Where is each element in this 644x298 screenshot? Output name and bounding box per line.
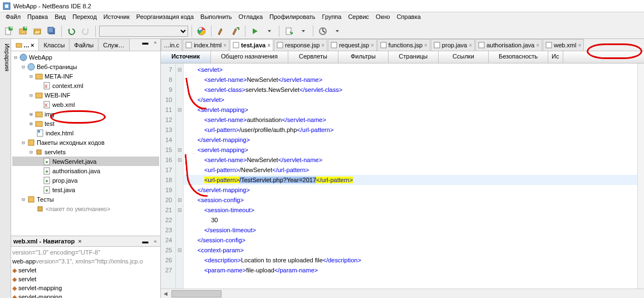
- twisty-icon[interactable]: ⊟: [28, 74, 35, 79]
- twisty-icon[interactable]: ⊞: [28, 121, 35, 126]
- scroll-thumb[interactable]: [171, 290, 222, 297]
- minimize-icon[interactable]: ▬: [140, 238, 150, 245]
- tab-projects[interactable]: …×: [11, 39, 39, 51]
- tree-img[interactable]: img: [45, 111, 55, 118]
- menu-window[interactable]: Окно: [372, 12, 394, 23]
- subtab-general[interactable]: Общего назначения: [211, 51, 288, 63]
- tree-metainf[interactable]: META-INF: [45, 73, 73, 80]
- twisty-icon[interactable]: ⊞: [28, 111, 35, 117]
- tab-services[interactable]: Служ…: [99, 39, 129, 51]
- run-button[interactable]: [249, 25, 261, 37]
- tree-test[interactable]: test: [45, 120, 55, 127]
- menu-profile[interactable]: Профилировать: [266, 12, 319, 23]
- subtab-filters[interactable]: Фильтры: [338, 51, 389, 63]
- hierarchy-sidetab[interactable]: Иерархия: [0, 39, 11, 298]
- close-icon[interactable]: ×: [321, 42, 325, 48]
- subtab-servlets[interactable]: Сервлеты: [288, 51, 338, 63]
- build-button[interactable]: [215, 25, 227, 37]
- chrome-icon[interactable]: [195, 25, 208, 37]
- save-all-button[interactable]: [46, 25, 58, 37]
- close-icon[interactable]: ×: [78, 238, 81, 245]
- xml-node-icon: ◆: [12, 294, 17, 299]
- minimize-icon[interactable]: ▬: [140, 39, 150, 51]
- tree-srcpkg[interactable]: Пакеты исходных кодов: [37, 139, 105, 146]
- tree-root[interactable]: WebApp: [29, 54, 52, 61]
- clean-build-button[interactable]: [229, 25, 242, 37]
- tree-tests[interactable]: Тесты: [37, 196, 54, 203]
- tree-servlets[interactable]: servlets: [45, 149, 66, 155]
- tree-webpages[interactable]: Веб-страницы: [37, 63, 77, 70]
- undo-button[interactable]: [65, 25, 77, 37]
- menu-refactor[interactable]: Реорганизация кода: [133, 12, 197, 23]
- close-icon[interactable]: ×: [469, 42, 472, 48]
- tree-auth[interactable]: authorisation.java: [52, 168, 100, 174]
- subtab-refs[interactable]: Ссылки: [439, 51, 489, 63]
- subtab-pages[interactable]: Страницы: [389, 51, 439, 63]
- restore-icon[interactable]: ▫: [150, 39, 160, 51]
- open-project-button[interactable]: [31, 25, 43, 37]
- menu-run[interactable]: Выполнить: [197, 12, 235, 23]
- menu-source[interactable]: Источник: [100, 12, 133, 23]
- menu-help[interactable]: Справка: [394, 12, 424, 23]
- menu-navigate[interactable]: Переход: [69, 12, 100, 23]
- etab-indexhtml[interactable]: index.html×: [183, 39, 229, 51]
- twisty-icon[interactable]: ⊟: [28, 149, 35, 155]
- error-stripe[interactable]: [637, 63, 644, 289]
- close-icon[interactable]: ×: [371, 42, 374, 48]
- subtab-security[interactable]: Безопасность: [489, 51, 548, 63]
- scroll-left-icon[interactable]: ◄: [161, 290, 170, 297]
- project-tree[interactable]: ⊟WebApp ⊟Веб-страницы ⊟META-INF xcontext…: [11, 51, 160, 236]
- twisty-icon[interactable]: ⊟: [20, 197, 27, 202]
- close-icon[interactable]: ×: [267, 42, 271, 48]
- twisty-icon[interactable]: ⊟: [28, 92, 35, 98]
- etab-request[interactable]: request.jsp×: [328, 39, 377, 51]
- close-icon[interactable]: ×: [578, 42, 581, 48]
- tree-newservlet[interactable]: NewServlet.java: [52, 158, 96, 165]
- tree-indexhtml[interactable]: index.html: [46, 130, 73, 136]
- profile-button[interactable]: [317, 25, 329, 37]
- twisty-icon[interactable]: ⊟: [12, 55, 19, 60]
- etab-inc[interactable]: …in.c: [161, 39, 182, 51]
- etab-webxml[interactable]: web.xml×: [543, 39, 584, 51]
- fold-gutter[interactable]: ⊟⊟⊟⊟⊟⊟⊟: [176, 63, 184, 289]
- tree-prop[interactable]: prop.java: [52, 177, 77, 184]
- menu-debug[interactable]: Отладка: [235, 12, 266, 23]
- subtab-source[interactable]: Источник: [161, 51, 211, 63]
- code-editor[interactable]: 789101112131415161718192021222324252627 …: [161, 63, 644, 289]
- etab-functions[interactable]: functions.jsp×: [377, 39, 430, 51]
- tree-webxml[interactable]: web.xml: [52, 101, 75, 108]
- menu-file[interactable]: Файл: [2, 12, 24, 23]
- navigator-body[interactable]: version="1.0" encoding="UTF-8" web-app v…: [11, 247, 160, 298]
- profile-dropdown[interactable]: [331, 25, 343, 37]
- config-select[interactable]: [99, 26, 188, 37]
- restore-icon[interactable]: ▫: [150, 238, 160, 245]
- close-icon[interactable]: ×: [31, 42, 34, 48]
- close-icon[interactable]: ×: [223, 42, 227, 48]
- tree-defpkg[interactable]: <пакет по умолчанию>: [46, 206, 110, 212]
- run-dropdown[interactable]: [263, 25, 276, 37]
- menu-team[interactable]: Группа: [319, 12, 345, 23]
- debug-dropdown[interactable]: [297, 25, 309, 37]
- tree-testj[interactable]: test.java: [52, 187, 75, 193]
- twisty-icon[interactable]: ⊟: [20, 140, 27, 145]
- tab-files[interactable]: Файлы: [70, 39, 99, 51]
- etab-auth[interactable]: authorisation.java×: [475, 39, 542, 51]
- close-icon[interactable]: ×: [536, 42, 539, 48]
- tab-classes[interactable]: Классы: [39, 39, 70, 51]
- debug-button[interactable]: [283, 25, 295, 37]
- menu-tools[interactable]: Сервис: [345, 12, 372, 23]
- horizontal-scrollbar[interactable]: ◄: [161, 289, 644, 298]
- etab-prop[interactable]: prop.java×: [431, 39, 475, 51]
- menu-view[interactable]: Вид: [51, 12, 69, 23]
- etab-testjava[interactable]: test.java×: [230, 39, 273, 51]
- twisty-icon[interactable]: ⊟: [20, 64, 27, 70]
- close-icon[interactable]: ×: [424, 42, 427, 48]
- redo-button[interactable]: [80, 25, 92, 37]
- new-project-button[interactable]: +: [17, 25, 29, 37]
- tree-contextxml[interactable]: context.xml: [52, 82, 83, 89]
- menu-edit[interactable]: Правка: [24, 12, 51, 23]
- subtab-history[interactable]: Ис: [548, 51, 563, 63]
- tree-webinf[interactable]: WEB-INF: [45, 92, 70, 99]
- new-file-button[interactable]: +: [2, 25, 14, 37]
- etab-response[interactable]: response.jsp×: [274, 39, 327, 51]
